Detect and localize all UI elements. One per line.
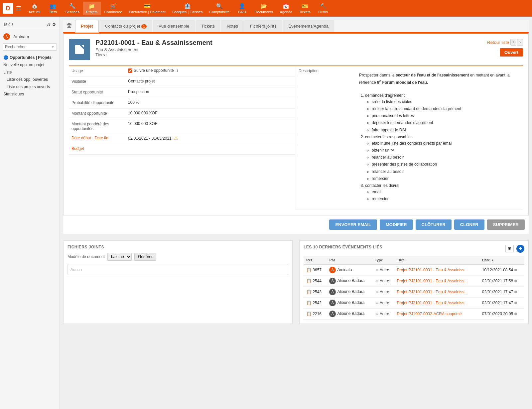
event-type: ⚙ Autre	[372, 264, 394, 276]
tab-vue[interactable]: Vue d'ensemble	[153, 20, 195, 32]
next-arrow[interactable]: ›	[517, 39, 523, 46]
envoyer-email-button[interactable]: ENVOYER EMAIL	[329, 219, 377, 230]
app-logo[interactable]: D	[3, 3, 13, 14]
usage-checkbox[interactable]	[128, 68, 132, 73]
nav-item-comptabilite[interactable]: 🔍Comptabilité	[206, 2, 233, 15]
event-avatar: A	[329, 278, 336, 284]
nav-item-commerce[interactable]: 🛒Commerce	[101, 2, 126, 15]
event-titre[interactable]: Projet PJ2101-0001 - Eau & Assainiss...	[394, 275, 479, 286]
event-title-link[interactable]: Projet PJ2101-0001 - Eau & Assainiss...	[397, 279, 468, 283]
nav-item-agenda[interactable]: 📅Agenda	[276, 2, 296, 15]
form-right: Description Prospecter danns le secteur …	[296, 66, 523, 209]
tab-notes[interactable]: Notes	[221, 20, 244, 32]
nav-item-facturation[interactable]: 💳Facturation | Paiement	[125, 2, 169, 15]
event-titre[interactable]: Projet PJ2101-0001 - Eau & Assainiss...	[394, 264, 479, 276]
nav-label-facturation: Facturation | Paiement	[129, 10, 165, 14]
tab-contacts[interactable]: Contacts du projet1	[99, 20, 152, 32]
nav-icon-tickets: 🎫	[302, 3, 308, 9]
tab-icon	[63, 20, 75, 32]
doc-row: Modèle de document baleine Générer	[67, 253, 288, 261]
nav-item-outils[interactable]: 🔨Outils	[314, 2, 332, 15]
nav-icon-agenda: 📅	[283, 3, 289, 9]
modifier-button[interactable]: MODIFIER	[380, 219, 413, 230]
event-ref: 📋 3657	[304, 264, 327, 276]
prev-arrow[interactable]: ‹	[510, 39, 516, 46]
generer-button[interactable]: Générer	[134, 253, 156, 261]
nav-icon-facturation: 💳	[144, 3, 151, 9]
tab-fichiers[interactable]: Fichiers joints	[244, 20, 282, 32]
nav-icon-services: 🔧	[69, 3, 76, 9]
nav-icon-grh: 👤	[239, 3, 245, 9]
form-row-date: Date début - Date fin 02/01/2021 - 31/03…	[69, 133, 296, 144]
sidebar-link-liste-des-opp--ouvertes[interactable]: Liste des opp. ouvertes	[0, 76, 60, 83]
desc-subitem: relancer au besoin	[372, 154, 516, 161]
tab-tickets[interactable]: Tickets	[196, 20, 220, 32]
nav-icon-documents: 📂	[260, 3, 267, 9]
event-titre[interactable]: Projet PJ2101-0001 - Eau & Assainiss...	[394, 297, 479, 308]
events-header: LES 10 DERNIERS ÉVÉNEMENTS LIÉS ⊞ +	[304, 245, 524, 253]
nav-icon-projets: 📁	[88, 3, 95, 9]
modele-select[interactable]: baleine	[107, 253, 132, 261]
sidebar-link-statistiques[interactable]: Statistiques	[0, 90, 60, 98]
form-row-statut: Statut opportunité Prospection	[69, 87, 296, 98]
form-row-probabilite: Probabilité d'opportunité 100 %	[69, 98, 296, 109]
search-dropdown-icon[interactable]: ▼	[51, 45, 55, 49]
events-add-button[interactable]: +	[516, 245, 524, 253]
usage-checkbox-label[interactable]: Suivre une opportunité ℹ	[128, 68, 293, 73]
search-input[interactable]	[5, 45, 51, 49]
nav-item-services[interactable]: 🔧Services	[62, 2, 82, 15]
cloner-button[interactable]: CLONER	[454, 219, 484, 230]
gear-icon: ⚙	[375, 268, 379, 272]
sidebar-link-liste[interactable]: Liste	[0, 68, 60, 76]
event-par: AAlioune Badara	[327, 275, 372, 286]
form-row-montant-pondere: Montant pondéré des opportunités 10 000 …	[69, 119, 296, 133]
sidebar-link-liste-des-projets-ouverts[interactable]: Liste des projets ouverts	[0, 83, 60, 90]
nav-item-documents[interactable]: 📂Documents	[251, 2, 277, 15]
nav-item-accueil[interactable]: 🏠Accueil	[25, 2, 44, 15]
supprimer-button[interactable]: SUPPRIMER	[487, 219, 525, 230]
cloturer-button[interactable]: CLÔTURER	[416, 219, 452, 230]
event-avatar: A	[329, 267, 336, 273]
hamburger-menu[interactable]: ☰	[16, 5, 21, 12]
sort-arrow[interactable]: ▲	[491, 258, 494, 262]
nav-label-commerce: Commerce	[104, 10, 122, 14]
event-type: ⚙ Autre	[372, 308, 394, 319]
nav-icon-banques: 🏦	[184, 3, 191, 9]
event-status-dot	[514, 302, 517, 304]
event-title-link[interactable]: Projet PJ2101-0001 - Eau & Assainiss...	[397, 268, 468, 272]
sidebar-section-title: 🔵 Opportunités | Projets	[0, 53, 60, 61]
event-status-dot	[514, 269, 517, 271]
events-table-head: Réf.ParTypeTitreDate ▲	[304, 256, 524, 264]
nav-label-projets: Projets	[86, 10, 97, 14]
desc-subitem: remercier	[372, 196, 516, 202]
event-titre[interactable]: Projet PJ1907-0002-ACRA supprimé	[394, 308, 479, 319]
event-title-link[interactable]: Projet PJ2101-0001 - Eau & Assainiss...	[397, 290, 468, 294]
events-grid-view-button[interactable]: ⊞	[505, 245, 514, 252]
evenements-section: LES 10 DERNIERS ÉVÉNEMENTS LIÉS ⊞ + Réf.…	[299, 240, 529, 324]
date-value: 02/01/2021 - 31/03/2021 ⚠	[128, 135, 293, 141]
user-row: A Aminata	[0, 32, 60, 41]
event-date: 07/01/2020 20:05	[479, 308, 524, 319]
retour-liste-link[interactable]: Retour liste ‹ ›	[487, 39, 523, 46]
event-date: 02/01/2021 17:47	[479, 297, 524, 308]
form-row-montant: Montant opportunité 10 000 000 XOF	[69, 109, 296, 119]
nav-item-tiers[interactable]: 👥Tiers	[44, 2, 62, 15]
sidebar-link-nouvelle-opp--ou-projet[interactable]: Nouvelle opp. ou projet	[0, 61, 60, 68]
nav-item-grh[interactable]: 👤GRH	[233, 2, 251, 15]
form-row-budget: Budget	[69, 144, 296, 155]
nav-label-grh: GRH	[238, 10, 246, 14]
table-row: 📋 2543AAlioune Badara⚙ AutreProjet PJ210…	[304, 286, 524, 297]
sidebar-search-container[interactable]: ▼	[3, 43, 57, 51]
nav-item-tickets[interactable]: 🎫Tickets	[296, 2, 314, 15]
nav-item-projets[interactable]: 📁Projets	[83, 2, 101, 15]
table-row: 📋 2544AAlioune Badara⚙ AutreProjet PJ210…	[304, 275, 524, 286]
nav-item-banques[interactable]: 🏦Banques | Caisses	[169, 2, 206, 15]
project-tiers: Tiers :	[95, 52, 487, 57]
tab-evenements[interactable]: Événements/Agenda	[283, 20, 334, 32]
event-par: AAminata	[327, 264, 372, 276]
event-title-link[interactable]: Projet PJ2101-0001 - Eau & Assainiss...	[397, 301, 468, 305]
events-col-réf.: Réf.	[304, 256, 327, 264]
event-titre[interactable]: Projet PJ2101-0001 - Eau & Assainiss...	[394, 286, 479, 297]
tab-projet[interactable]: Projet	[75, 20, 99, 33]
event-title-link[interactable]: Projet PJ1907-0002-ACRA supprimé	[397, 312, 462, 316]
